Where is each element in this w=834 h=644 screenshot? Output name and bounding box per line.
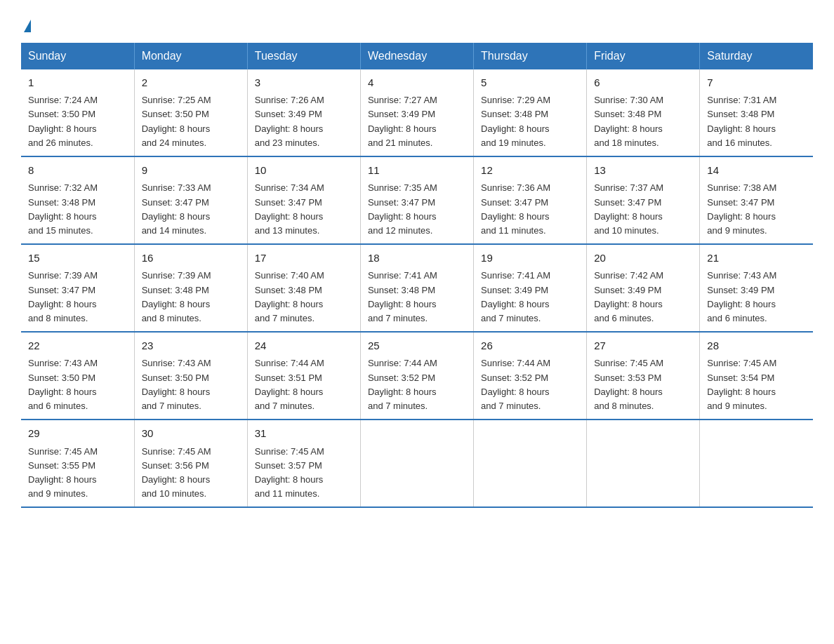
day-info: Sunrise: 7:45 AM Sunset: 3:54 PM Dayligh… [707, 356, 806, 413]
logo-general-line [21, 14, 31, 36]
calendar-header-row: SundayMondayTuesdayWednesdayThursdayFrid… [21, 43, 813, 69]
day-info: Sunrise: 7:45 AM Sunset: 3:57 PM Dayligh… [255, 445, 353, 502]
calendar-cell: 3 Sunrise: 7:26 AM Sunset: 3:49 PM Dayli… [247, 69, 360, 156]
day-number: 20 [594, 250, 692, 267]
week-row-5: 29 Sunrise: 7:45 AM Sunset: 3:55 PM Dayl… [21, 420, 813, 507]
day-info: Sunrise: 7:26 AM Sunset: 3:49 PM Dayligh… [255, 93, 353, 150]
day-number: 23 [142, 338, 240, 354]
header-tuesday: Tuesday [247, 43, 360, 69]
day-info: Sunrise: 7:33 AM Sunset: 3:47 PM Dayligh… [142, 181, 240, 238]
day-number: 11 [368, 163, 466, 179]
calendar-cell: 1 Sunrise: 7:24 AM Sunset: 3:50 PM Dayli… [21, 69, 134, 156]
header-monday: Monday [134, 43, 247, 69]
calendar-cell: 5 Sunrise: 7:29 AM Sunset: 3:48 PM Dayli… [474, 69, 587, 156]
calendar-cell: 26 Sunrise: 7:44 AM Sunset: 3:52 PM Dayl… [474, 332, 587, 420]
calendar-cell: 18 Sunrise: 7:41 AM Sunset: 3:48 PM Dayl… [360, 244, 473, 332]
calendar-cell: 9 Sunrise: 7:33 AM Sunset: 3:47 PM Dayli… [134, 156, 247, 244]
calendar-cell: 10 Sunrise: 7:34 AM Sunset: 3:47 PM Dayl… [247, 156, 360, 244]
day-number: 25 [368, 338, 466, 354]
day-info: Sunrise: 7:34 AM Sunset: 3:47 PM Dayligh… [255, 181, 353, 238]
calendar-cell [700, 420, 813, 507]
day-number: 24 [255, 338, 353, 354]
day-number: 2 [142, 75, 240, 91]
calendar-cell: 4 Sunrise: 7:27 AM Sunset: 3:49 PM Dayli… [360, 69, 473, 156]
calendar-cell: 15 Sunrise: 7:39 AM Sunset: 3:47 PM Dayl… [21, 244, 134, 332]
day-info: Sunrise: 7:43 AM Sunset: 3:50 PM Dayligh… [28, 356, 127, 413]
day-number: 28 [707, 338, 806, 354]
calendar-cell: 19 Sunrise: 7:41 AM Sunset: 3:49 PM Dayl… [474, 244, 587, 332]
day-number: 19 [481, 250, 579, 267]
day-number: 14 [707, 163, 806, 179]
week-row-2: 8 Sunrise: 7:32 AM Sunset: 3:48 PM Dayli… [21, 156, 813, 244]
calendar-cell: 14 Sunrise: 7:38 AM Sunset: 3:47 PM Dayl… [700, 156, 813, 244]
day-number: 15 [28, 250, 127, 267]
day-number: 9 [142, 163, 240, 179]
day-info: Sunrise: 7:36 AM Sunset: 3:47 PM Dayligh… [481, 181, 579, 238]
calendar-cell: 21 Sunrise: 7:43 AM Sunset: 3:49 PM Dayl… [700, 244, 813, 332]
day-info: Sunrise: 7:31 AM Sunset: 3:48 PM Dayligh… [707, 93, 806, 150]
calendar-cell: 27 Sunrise: 7:45 AM Sunset: 3:53 PM Dayl… [587, 332, 700, 420]
calendar-cell: 28 Sunrise: 7:45 AM Sunset: 3:54 PM Dayl… [700, 332, 813, 420]
day-number: 5 [481, 75, 579, 91]
day-number: 17 [255, 250, 353, 267]
calendar-cell: 11 Sunrise: 7:35 AM Sunset: 3:47 PM Dayl… [360, 156, 473, 244]
day-info: Sunrise: 7:38 AM Sunset: 3:47 PM Dayligh… [707, 181, 806, 238]
week-row-1: 1 Sunrise: 7:24 AM Sunset: 3:50 PM Dayli… [21, 69, 813, 156]
week-row-4: 22 Sunrise: 7:43 AM Sunset: 3:50 PM Dayl… [21, 332, 813, 420]
calendar-cell: 30 Sunrise: 7:45 AM Sunset: 3:56 PM Dayl… [134, 420, 247, 507]
day-info: Sunrise: 7:43 AM Sunset: 3:50 PM Dayligh… [142, 356, 240, 413]
calendar-cell: 16 Sunrise: 7:39 AM Sunset: 3:48 PM Dayl… [134, 244, 247, 332]
day-info: Sunrise: 7:43 AM Sunset: 3:49 PM Dayligh… [707, 269, 806, 326]
day-number: 16 [142, 250, 240, 267]
day-info: Sunrise: 7:44 AM Sunset: 3:52 PM Dayligh… [368, 356, 466, 413]
calendar-cell: 29 Sunrise: 7:45 AM Sunset: 3:55 PM Dayl… [21, 420, 134, 507]
day-number: 30 [142, 426, 240, 442]
day-info: Sunrise: 7:37 AM Sunset: 3:47 PM Dayligh… [594, 181, 692, 238]
calendar-cell: 7 Sunrise: 7:31 AM Sunset: 3:48 PM Dayli… [700, 69, 813, 156]
calendar-cell: 8 Sunrise: 7:32 AM Sunset: 3:48 PM Dayli… [21, 156, 134, 244]
day-info: Sunrise: 7:44 AM Sunset: 3:52 PM Dayligh… [481, 356, 579, 413]
day-number: 13 [594, 163, 692, 179]
day-number: 29 [28, 426, 127, 442]
day-number: 18 [368, 250, 466, 267]
calendar-cell: 6 Sunrise: 7:30 AM Sunset: 3:48 PM Dayli… [587, 69, 700, 156]
calendar-cell: 31 Sunrise: 7:45 AM Sunset: 3:57 PM Dayl… [247, 420, 360, 507]
header-friday: Friday [587, 43, 700, 69]
calendar-cell [360, 420, 473, 507]
day-number: 31 [255, 426, 353, 442]
header-thursday: Thursday [474, 43, 587, 69]
calendar-cell: 22 Sunrise: 7:43 AM Sunset: 3:50 PM Dayl… [21, 332, 134, 420]
calendar-cell: 23 Sunrise: 7:43 AM Sunset: 3:50 PM Dayl… [134, 332, 247, 420]
day-number: 8 [28, 163, 127, 179]
header-saturday: Saturday [700, 43, 813, 69]
day-number: 27 [594, 338, 692, 354]
day-number: 12 [481, 163, 579, 179]
day-info: Sunrise: 7:35 AM Sunset: 3:47 PM Dayligh… [368, 181, 466, 238]
header-wednesday: Wednesday [360, 43, 473, 69]
day-info: Sunrise: 7:24 AM Sunset: 3:50 PM Dayligh… [28, 93, 127, 150]
day-info: Sunrise: 7:45 AM Sunset: 3:53 PM Dayligh… [594, 356, 692, 413]
day-info: Sunrise: 7:41 AM Sunset: 3:49 PM Dayligh… [481, 269, 579, 326]
day-info: Sunrise: 7:29 AM Sunset: 3:48 PM Dayligh… [481, 93, 579, 150]
day-info: Sunrise: 7:25 AM Sunset: 3:50 PM Dayligh… [142, 93, 240, 150]
calendar-table: SundayMondayTuesdayWednesdayThursdayFrid… [21, 43, 813, 508]
day-info: Sunrise: 7:32 AM Sunset: 3:48 PM Dayligh… [28, 181, 127, 238]
day-info: Sunrise: 7:44 AM Sunset: 3:51 PM Dayligh… [255, 356, 353, 413]
calendar-cell: 25 Sunrise: 7:44 AM Sunset: 3:52 PM Dayl… [360, 332, 473, 420]
calendar-cell: 20 Sunrise: 7:42 AM Sunset: 3:49 PM Dayl… [587, 244, 700, 332]
calendar-cell: 12 Sunrise: 7:36 AM Sunset: 3:47 PM Dayl… [474, 156, 587, 244]
day-info: Sunrise: 7:39 AM Sunset: 3:48 PM Dayligh… [142, 269, 240, 326]
calendar-cell: 17 Sunrise: 7:40 AM Sunset: 3:48 PM Dayl… [247, 244, 360, 332]
calendar-cell [587, 420, 700, 507]
calendar-cell [474, 420, 587, 507]
day-info: Sunrise: 7:30 AM Sunset: 3:48 PM Dayligh… [594, 93, 692, 150]
week-row-3: 15 Sunrise: 7:39 AM Sunset: 3:47 PM Dayl… [21, 244, 813, 332]
calendar-cell: 24 Sunrise: 7:44 AM Sunset: 3:51 PM Dayl… [247, 332, 360, 420]
day-info: Sunrise: 7:42 AM Sunset: 3:49 PM Dayligh… [594, 269, 692, 326]
calendar-cell: 13 Sunrise: 7:37 AM Sunset: 3:47 PM Dayl… [587, 156, 700, 244]
day-number: 10 [255, 163, 353, 179]
calendar-cell: 2 Sunrise: 7:25 AM Sunset: 3:50 PM Dayli… [134, 69, 247, 156]
day-info: Sunrise: 7:40 AM Sunset: 3:48 PM Dayligh… [255, 269, 353, 326]
day-number: 26 [481, 338, 579, 354]
day-number: 22 [28, 338, 127, 354]
